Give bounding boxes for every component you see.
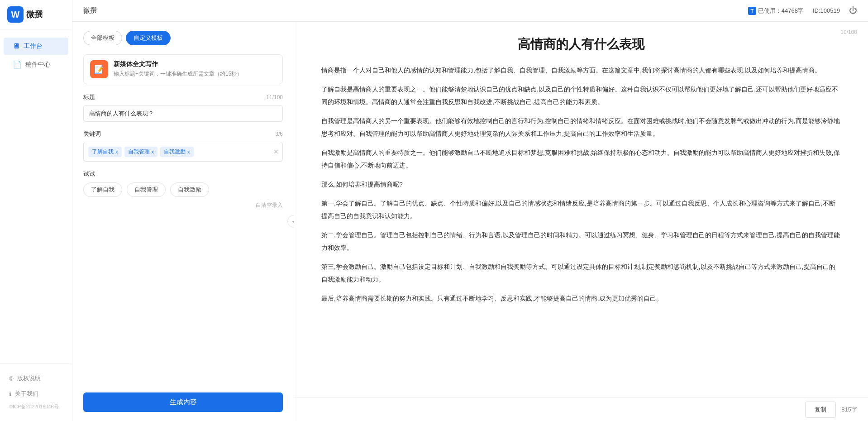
sidebar-item-workbench[interactable]: 🖥 工作台 — [4, 38, 68, 55]
sidebar-item-drafts[interactable]: 📄 稿件中心 — [4, 56, 68, 73]
keywords-counter: 3/6 — [275, 131, 283, 137]
keywords-box[interactable]: 了解自我 x 自我管理 x 自我激励 x ✕ — [83, 142, 283, 162]
title-label: 标题 — [83, 93, 95, 101]
article-title: 高情商的人有什么表现 — [321, 35, 841, 53]
keyword-tag-3[interactable]: 自我激励 x — [160, 147, 194, 157]
sidebar-bottom: © 版权说明 ℹ 关于我们 ©ICP备2022016046号 — [0, 363, 72, 421]
article-para-8: 最后,培养高情商需要长期的努力和实践。只有通过不断地学习、反思和实践,才能够提高… — [321, 292, 841, 305]
template-info: 新媒体全文写作 输入标题+关键词，一键准确生成所需文章（约15秒） — [114, 60, 242, 78]
topbar: 微撰 T 已使用：44768字 ID:100519 ⏻ — [72, 0, 868, 22]
sidebar-item-about[interactable]: ℹ 关于我们 — [0, 386, 72, 402]
drafts-icon: 📄 — [13, 60, 22, 69]
collapse-arrow[interactable]: ◀ — [287, 215, 294, 228]
article-para-1: 了解自我是高情商人的重要表现之一。他们能够清楚地认识自己的优点和缺点,以及自己的… — [321, 83, 841, 108]
sidebar-item-copyright[interactable]: © 版权说明 — [0, 371, 72, 386]
sidebar-nav: 🖥 工作台 📄 稿件中心 — [0, 29, 72, 363]
copyright-label: 版权说明 — [17, 374, 41, 383]
keyword-text-2: 自我管理 — [128, 148, 150, 156]
article-body: 情商是指一个人对自己和他人的感情的认知和管理能力,包括了解自我、自我管理、自我激… — [321, 64, 841, 305]
copy-button[interactable]: 复制 — [805, 402, 836, 418]
trial-label: 试试 — [83, 170, 283, 178]
id-label: ID:100519 — [813, 7, 840, 14]
keyword-remove-3[interactable]: x — [187, 149, 190, 154]
keyword-text-3: 自我激励 — [164, 148, 186, 156]
title-section: 标题 11/100 — [83, 93, 283, 122]
trial-chip-2[interactable]: 自我管理 — [127, 182, 166, 197]
article-counter: 10/100 — [840, 29, 857, 35]
template-tabs: 全部模板 自定义模板 — [83, 31, 283, 45]
logo-text: 微撰 — [26, 9, 43, 20]
trial-chip-3[interactable]: 自我激励 — [170, 182, 209, 197]
tab-all[interactable]: 全部模板 — [83, 31, 122, 45]
right-panel: 10/100 高情商的人有什么表现 情商是指一个人对自己和他人的感情的认知和管理… — [294, 22, 868, 421]
tab-custom[interactable]: 自定义模板 — [126, 31, 171, 45]
word-count: 815字 — [841, 406, 857, 414]
title-input[interactable] — [83, 105, 283, 122]
usage-info: T 已使用：44768字 — [748, 7, 804, 15]
icp-text: ©ICP备2022016046号 — [0, 402, 72, 414]
logo-area: W 微撰 — [0, 0, 72, 29]
trial-chip-1[interactable]: 了解自我 — [83, 182, 122, 197]
article-para-5: 第一,学会了解自己。了解自己的优点、缺点、个性特质和偏好,以及自己的情感状态和情… — [321, 197, 841, 222]
power-icon[interactable]: ⏻ — [849, 6, 857, 15]
clear-input-btn[interactable]: 白清空录入 — [83, 201, 283, 209]
article-para-3: 自我激励是高情商人的重要特质之一。他们能够激励自己不断地追求目标和梦想,克服困难… — [321, 146, 841, 172]
article-area: 10/100 高情商的人有什么表现 情商是指一个人对自己和他人的感情的认知和管理… — [294, 22, 868, 397]
t-icon: T — [748, 7, 756, 15]
logo-icon: W — [7, 6, 24, 23]
article-para-7: 第三,学会激励自己。激励自己包括设定目标和计划、自我激励和自我奖励等方式。可以通… — [321, 260, 841, 286]
sidebar-item-label-drafts: 稿件中心 — [25, 61, 51, 69]
keyword-text-1: 了解自我 — [92, 148, 114, 156]
sidebar: W 微撰 🖥 工作台 📄 稿件中心 © 版权说明 ℹ 关于我们 ©ICP备202… — [0, 0, 72, 421]
keywords-clear-btn[interactable]: ✕ — [273, 148, 279, 155]
keyword-tag-2[interactable]: 自我管理 x — [124, 147, 158, 157]
article-footer: 复制 815字 — [294, 397, 868, 421]
article-para-0: 情商是指一个人对自己和他人的感情的认知和管理能力,包括了解自我、自我管理、自我激… — [321, 64, 841, 77]
copyright-icon: © — [9, 375, 14, 382]
keyword-remove-1[interactable]: x — [115, 149, 118, 154]
template-name: 新媒体全文写作 — [114, 60, 242, 68]
article-para-4: 那么,如何培养和提高情商呢? — [321, 178, 841, 191]
article-para-6: 第二,学会管理自己。管理自己包括控制自己的情绪、行为和言语,以及管理自己的时间和… — [321, 229, 841, 254]
topbar-title: 微撰 — [83, 6, 97, 15]
title-label-row: 标题 11/100 — [83, 93, 283, 101]
trial-chips: 了解自我 自我管理 自我激励 — [83, 182, 283, 197]
title-counter: 11/100 — [266, 94, 283, 100]
sidebar-item-label-workbench: 工作台 — [24, 42, 43, 50]
template-icon: 📝 — [90, 60, 108, 78]
content-area: 全部模板 自定义模板 📝 新媒体全文写作 输入标题+关键词，一键准确生成所需文章… — [72, 22, 868, 421]
keyword-remove-2[interactable]: x — [152, 149, 154, 154]
template-card[interactable]: 📝 新媒体全文写作 输入标题+关键词，一键准确生成所需文章（约15秒） — [83, 54, 283, 84]
keyword-tag-1[interactable]: 了解自我 x — [88, 147, 122, 157]
about-label: 关于我们 — [15, 390, 38, 398]
main: 微撰 T 已使用：44768字 ID:100519 ⏻ 全部模板 自定义模板 📝… — [72, 0, 868, 421]
template-desc: 输入标题+关键词，一键准确生成所需文章（约15秒） — [114, 70, 242, 78]
keywords-label: 关键词 — [83, 130, 101, 138]
about-icon: ℹ — [9, 391, 11, 397]
left-panel: 全部模板 自定义模板 📝 新媒体全文写作 输入标题+关键词，一键准确生成所需文章… — [72, 22, 294, 421]
generate-button[interactable]: 生成内容 — [83, 392, 283, 412]
topbar-right: T 已使用：44768字 ID:100519 ⏻ — [748, 6, 857, 15]
article-para-2: 自我管理是高情商人的另一个重要表现。他们能够有效地控制自己的言行和行为,控制自己… — [321, 115, 841, 140]
keywords-section: 关键词 3/6 了解自我 x 自我管理 x 自我激励 x — [83, 130, 283, 162]
usage-label: 已使用：44768字 — [758, 7, 804, 15]
trial-section: 试试 了解自我 自我管理 自我激励 白清空录入 — [83, 170, 283, 209]
workbench-icon: 🖥 — [13, 42, 20, 50]
keywords-label-row: 关键词 3/6 — [83, 130, 283, 138]
